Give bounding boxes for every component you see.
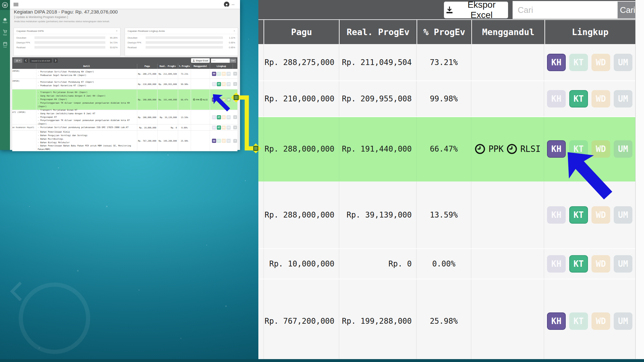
progress-track <box>146 36 223 39</box>
cell-pct: 25.98% <box>178 131 191 151</box>
badge-um[interactable]: UM <box>614 54 632 71</box>
badge-kh[interactable]: KH <box>212 82 216 86</box>
badge-kt[interactable]: KT <box>569 54 588 71</box>
badge-kt[interactable]: KT <box>217 115 221 119</box>
column-header-pagu: Pagu <box>137 64 157 69</box>
badge-kt[interactable]: KT <box>569 90 588 107</box>
badge-wd[interactable]: WD <box>591 54 610 71</box>
callout-source-marker[interactable] <box>234 96 238 100</box>
badge-kh[interactable]: KH <box>547 206 566 224</box>
badge-kt[interactable]: KT <box>217 82 221 86</box>
detail-line: - Percetakan Sertifikat Pendukung KH (Im… <box>38 70 137 74</box>
badge-um[interactable]: UM <box>226 82 231 86</box>
chevron-down-icon <box>235 84 236 85</box>
progress-track <box>146 41 223 44</box>
table-row: IMPOR) - Pencetakan Sertifikat Pendukung… <box>12 79 237 89</box>
progress-track <box>146 46 223 49</box>
close-icon[interactable]: × <box>234 29 235 32</box>
cell-real: Rp. 199,288,000 <box>157 131 178 151</box>
progress-row: Realisasi 53.62% <box>14 46 120 49</box>
column-header-pct: % ProgEv <box>417 20 472 44</box>
detail-line: - Bahan Microbiologi <box>38 137 137 141</box>
badge-kh[interactable]: KH <box>547 255 566 273</box>
badge-kt[interactable]: KT <box>569 312 588 330</box>
badge-wd[interactable]: WD <box>222 82 226 86</box>
badge-wd[interactable]: WD <box>591 312 610 330</box>
detail-line: - Uang Harian (melebihi/sama dengan 8 Ja… <box>38 94 137 98</box>
page-size-select[interactable]: 10 <box>14 59 22 63</box>
badge-kt[interactable]: KT <box>217 72 221 76</box>
sidebar-item-home[interactable]: Home <box>0 18 10 23</box>
badge-kt[interactable]: KT <box>569 206 588 224</box>
table-row: - Bahan Pemeriksaan Kimia - Bahan Penguj… <box>12 131 237 151</box>
table-row: ATI (IMPOR) - Transport Perjalanan Dinas… <box>12 110 237 125</box>
badge-kh[interactable]: KH <box>212 139 216 143</box>
column-header-detil: Detil <box>36 64 137 69</box>
prev-page-button[interactable]: ❮ <box>24 59 28 63</box>
badge-um[interactable]: UM <box>614 255 632 273</box>
cell-real: Rp. 191,440,000 <box>339 117 416 181</box>
detail-line: - Pembuatan Segel Karantina KH (Impor) <box>38 74 137 77</box>
badge-kh[interactable]: KH <box>212 72 216 76</box>
scrollbar[interactable] <box>635 0 644 362</box>
bar-label: Disetujui PPK <box>128 42 146 44</box>
row-dropdown-button[interactable] <box>233 82 237 86</box>
search-button[interactable]: Cari <box>618 2 638 18</box>
detail-line: - Bahan Pengujian Verologi dan Serologi <box>38 134 137 137</box>
hamburger-menu-icon[interactable] <box>14 3 18 6</box>
badge-um[interactable]: UM <box>226 72 231 76</box>
search-input[interactable] <box>211 59 230 63</box>
badge-um[interactable]: UM <box>614 206 632 224</box>
badge-wd[interactable]: WD <box>222 72 226 76</box>
badge-um[interactable]: UM <box>614 90 632 107</box>
badge-um[interactable]: UM <box>614 140 632 158</box>
sidebar-item-cuti[interactable]: Cuti <box>0 42 10 48</box>
progress-row: Diusulkan 55.28% <box>14 36 120 39</box>
bar-label: Disetujui PPK <box>16 42 34 44</box>
column-header-real: Real. ProgEv <box>157 64 178 69</box>
badge-kt[interactable]: KT <box>569 255 588 273</box>
close-icon[interactable]: × <box>116 29 118 32</box>
badge-um[interactable]: UM <box>614 312 632 330</box>
badge-kh[interactable]: KH <box>212 115 216 119</box>
clock-icon <box>200 98 202 101</box>
export-excel-button[interactable]: Ekspor Excel <box>444 2 508 18</box>
badge-kh[interactable]: KH <box>547 90 566 107</box>
badge-wd[interactable]: WD <box>591 90 610 107</box>
next-page-button[interactable]: ❯ <box>53 59 58 63</box>
cell-pagu: Rp. 767,200,000 <box>264 279 339 362</box>
badge-kh[interactable]: KH <box>547 312 566 330</box>
badge-kt[interactable]: KT <box>217 139 221 143</box>
cell-pct: 66.47% <box>178 89 191 110</box>
export-excel-button[interactable]: Ekspor Excel <box>191 58 210 63</box>
panel-title: Capaian Realisasi DIPA <box>16 30 44 32</box>
table-row: IMPOR) - Percetakan Sertifikat Pendukung… <box>12 69 237 79</box>
search-button[interactable]: Cari <box>230 59 236 63</box>
sidebar-item-label: Cuti <box>0 46 10 48</box>
app-logo[interactable] <box>0 0 10 10</box>
row-dropdown-button[interactable] <box>233 72 237 76</box>
badge-kh[interactable]: KH <box>547 54 566 71</box>
cell-real: Rp. 0 <box>339 249 416 279</box>
cell-real: Rp. 211,049,504 <box>339 44 416 80</box>
cell-pagu: Rp. 210,000,000 <box>264 81 339 116</box>
row-group: IMPOR) <box>12 79 36 89</box>
cart-icon <box>3 30 7 33</box>
cell-real: Rp. 199,288,000 <box>339 279 416 362</box>
progress-track <box>34 36 105 39</box>
badge-kh[interactable]: KH <box>212 125 216 130</box>
user-avatar[interactable] <box>224 2 229 7</box>
column-header-real: Real. ProgEv <box>340 20 416 44</box>
clock-icon <box>193 98 195 101</box>
cell-real: Rp. 209,955,008 <box>339 81 416 116</box>
sidebar-item-dipa[interactable]: Dipa <box>0 30 10 36</box>
row-group: an Keamanan Hayati <box>12 125 36 130</box>
bar-percent: 0.95% <box>223 46 235 49</box>
callout-target-marker[interactable] <box>254 146 258 151</box>
badge-wd[interactable]: WD <box>591 255 610 273</box>
cell-real: Rp. 0 <box>157 125 178 130</box>
badge-kt[interactable]: KT <box>217 125 221 130</box>
table-row-highlighted: - Transport Perjalanan Dinas KH (Impor) … <box>12 89 237 110</box>
cell-pct: 0.00% <box>178 125 191 130</box>
search-input[interactable] <box>513 2 618 18</box>
